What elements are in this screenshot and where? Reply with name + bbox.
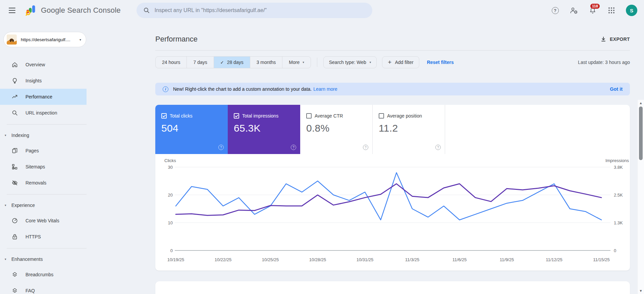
menu-icon[interactable] — [5, 4, 19, 17]
sidebar-item-breadcrumbs[interactable]: Breadcrumbs — [0, 267, 87, 283]
sidebar-item-https[interactable]: HTTPS — [0, 229, 87, 245]
sidebar-item-label: Insights — [25, 78, 42, 83]
app-logo[interactable]: Google Search Console — [25, 5, 121, 16]
clicks-impressions-line-chart[interactable]: ClicksImpressions00101.3K202.5K303.8K10/… — [155, 157, 630, 267]
sidebar-divider — [7, 124, 87, 125]
property-selector[interactable]: https://desertsafarigulf.... ▾ — [3, 32, 86, 47]
scrollbar-track[interactable]: ▲ ▼ — [637, 100, 644, 294]
svg-text:20: 20 — [168, 193, 173, 198]
total-clicks-checkbox[interactable] — [161, 113, 167, 119]
help-icon[interactable]: ? — [291, 145, 296, 150]
svg-text:Clicks: Clicks — [164, 158, 176, 163]
sidebar-section-indexing[interactable]: ▾ Indexing — [0, 128, 87, 143]
sidebar-section-enhancements[interactable]: ▾ Enhancements — [0, 252, 87, 267]
date-range-3-months[interactable]: 3 months — [250, 57, 283, 68]
sidebar-item-label: HTTPS — [25, 234, 41, 239]
user-settings-button[interactable] — [570, 6, 578, 15]
sidebar-item-label: Overview — [25, 62, 45, 67]
total-impressions-tile[interactable]: Total impressions 65.3K ? — [228, 105, 300, 154]
check-icon: ✓ — [220, 60, 224, 65]
speedometer-icon — [11, 217, 18, 224]
sidebar-item-removals[interactable]: Removals — [0, 175, 87, 191]
metric-label: Total clicks — [170, 113, 193, 119]
chevron-down-icon: ▾ — [370, 61, 371, 64]
apps-grid-icon — [608, 7, 615, 14]
section-collapse-icon: ▾ — [5, 134, 9, 137]
average-position-checkbox[interactable] — [379, 113, 384, 119]
average-ctr-tile[interactable]: Average CTR 0.8% ? — [300, 105, 373, 154]
notification-badge: 118 — [590, 4, 600, 9]
svg-text:11/9/25: 11/9/25 — [500, 257, 514, 262]
help-button[interactable]: ? — [551, 6, 559, 15]
sidebar-item-core-web-vitals[interactable]: Core Web Vitals — [0, 213, 87, 229]
date-range-label: 3 months — [257, 60, 276, 65]
pages-icon — [11, 147, 18, 154]
apps-grid-button[interactable] — [607, 6, 616, 15]
last-update-text: Last update: 3 hours ago — [578, 60, 630, 65]
date-range-7-days[interactable]: 7 days — [187, 57, 214, 68]
metric-value: 504 — [161, 123, 222, 134]
header-divider — [155, 50, 630, 51]
chevron-down-icon: ▾ — [79, 38, 81, 42]
reset-filters-link[interactable]: Reset filters — [427, 60, 454, 65]
add-filter-button[interactable]: + Add filter — [382, 56, 419, 68]
svg-text:10/19/25: 10/19/25 — [167, 257, 184, 262]
total-clicks-tile[interactable]: Total clicks 504 ? — [155, 105, 228, 154]
notifications-button[interactable]: 118 — [588, 6, 597, 15]
scrollbar-thumb[interactable] — [639, 106, 643, 160]
svg-text:10/25/25: 10/25/25 — [262, 257, 279, 262]
sidebar-item-label: Removals — [25, 180, 46, 186]
next-section-card — [155, 281, 630, 294]
date-range-label: 24 hours — [162, 60, 180, 65]
got-it-button[interactable]: Got it — [610, 86, 623, 92]
sidebar-item-performance[interactable]: Performance — [0, 89, 87, 105]
property-url: https://desertsafarigulf.... — [21, 37, 70, 42]
annotation-banner: i New! Right-click the chart to add a cu… — [155, 83, 630, 95]
metric-label: Average CTR — [315, 113, 343, 119]
svg-text:11/12/25: 11/12/25 — [546, 257, 562, 262]
chevron-down-icon: ▾ — [303, 61, 304, 64]
svg-text:0: 0 — [170, 248, 173, 253]
scroll-down-icon[interactable]: ▼ — [638, 289, 644, 293]
export-button[interactable]: EXPORT — [600, 36, 630, 42]
sidebar-item-overview[interactable]: Overview — [0, 57, 87, 73]
layers-icon — [11, 271, 18, 278]
banner-text: New! Right-click the chart to add a cust… — [173, 86, 312, 92]
average-position-tile[interactable]: Average position 11.2 ? — [373, 105, 445, 154]
home-icon — [11, 61, 18, 68]
search-console-logo-icon — [25, 5, 37, 16]
sidebar-item-pages[interactable]: Pages — [0, 143, 87, 159]
sidebar-item-url-inspection[interactable]: URL inspection — [0, 105, 87, 121]
search-icon — [143, 7, 150, 14]
sidebar-item-label: Breadcrumbs — [25, 272, 53, 277]
help-icon[interactable]: ? — [363, 145, 368, 150]
metric-label: Average position — [387, 113, 422, 119]
sidebar-item-faq[interactable]: FAQ — [0, 283, 87, 294]
svg-text:10/28/25: 10/28/25 — [309, 257, 326, 262]
account-avatar[interactable]: S — [626, 5, 637, 16]
date-range-more[interactable]: More ▾ — [282, 57, 310, 68]
search-type-dropdown[interactable]: Search type: Web ▾ — [323, 56, 377, 68]
learn-more-link[interactable]: Learn more — [313, 86, 337, 92]
sidebar-item-sitemaps[interactable]: Sitemaps — [0, 159, 87, 175]
help-icon[interactable]: ? — [218, 145, 224, 150]
date-range-24-hours[interactable]: 24 hours — [156, 57, 187, 68]
top-app-bar: Google Search Console Inspect any URL in… — [0, 0, 644, 21]
average-ctr-checkbox[interactable] — [306, 113, 312, 119]
lightbulb-icon — [11, 77, 18, 84]
eye-off-icon — [11, 179, 18, 186]
svg-text:10/31/25: 10/31/25 — [357, 257, 374, 262]
sidebar-item-insights[interactable]: Insights — [0, 73, 87, 89]
scroll-up-icon[interactable]: ▲ — [638, 101, 644, 105]
sidebar-item-label: Pages — [25, 148, 39, 153]
help-icon[interactable]: ? — [435, 145, 441, 150]
section-label: Experience — [11, 203, 35, 208]
section-collapse-icon: ▾ — [5, 258, 9, 261]
sitemaps-icon — [11, 163, 18, 170]
total-impressions-checkbox[interactable] — [234, 113, 239, 119]
url-inspect-search-input[interactable]: Inspect any URL in "https://desertsafari… — [137, 3, 372, 18]
date-range-28-days[interactable]: ✓ 28 days — [214, 57, 250, 68]
svg-text:0: 0 — [614, 248, 616, 253]
sidebar-divider — [7, 248, 87, 248]
sidebar-section-experience[interactable]: ▾ Experience — [0, 198, 87, 213]
